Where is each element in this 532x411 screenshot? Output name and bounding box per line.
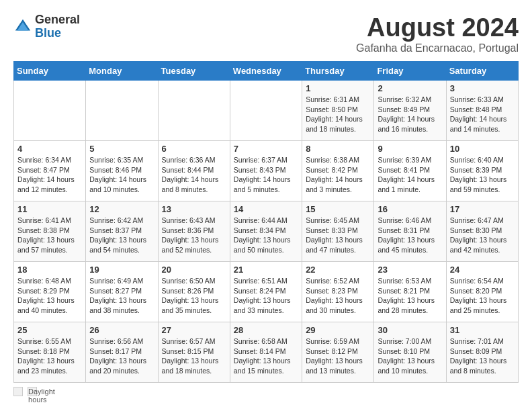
calendar-cell: 15Sunrise: 6:45 AM Sunset: 8:33 PM Dayli… — [302, 201, 374, 262]
calendar-cell: 19Sunrise: 6:49 AM Sunset: 8:27 PM Dayli… — [86, 262, 158, 322]
logo-general-text: General — [35, 13, 80, 27]
logo-blue-text: Blue — [35, 27, 80, 40]
day-number: 20 — [162, 265, 226, 275]
day-number: 12 — [89, 204, 154, 214]
day-number: 10 — [450, 144, 515, 154]
day-info: Sunrise: 6:40 AM Sunset: 8:39 PM Dayligh… — [450, 155, 515, 195]
day-info: Sunrise: 6:47 AM Sunset: 8:30 PM Dayligh… — [450, 216, 515, 255]
daylight-label: Daylight hours — [28, 387, 37, 396]
calendar-cell: 8Sunrise: 6:38 AM Sunset: 8:42 PM Daylig… — [302, 141, 374, 201]
day-number: 19 — [89, 265, 154, 275]
day-number: 11 — [17, 204, 82, 214]
month-title: August 2024 — [356, 13, 519, 42]
day-number: 23 — [378, 265, 442, 275]
weekday-header-tuesday: Tuesday — [158, 62, 230, 81]
day-info: Sunrise: 6:50 AM Sunset: 8:26 PM Dayligh… — [162, 276, 226, 316]
day-number: 24 — [450, 265, 515, 275]
day-info: Sunrise: 6:48 AM Sunset: 8:29 PM Dayligh… — [17, 276, 82, 316]
day-info: Sunrise: 6:46 AM Sunset: 8:31 PM Dayligh… — [378, 216, 442, 255]
header: General Blue August 2024 Gafanha da Enca… — [13, 13, 519, 54]
day-info: Sunrise: 6:59 AM Sunset: 8:12 PM Dayligh… — [306, 336, 370, 376]
day-info: Sunrise: 6:31 AM Sunset: 8:50 PM Dayligh… — [306, 95, 370, 134]
day-info: Sunrise: 7:01 AM Sunset: 8:09 PM Dayligh… — [450, 336, 515, 376]
day-info: Sunrise: 6:36 AM Sunset: 8:44 PM Dayligh… — [162, 155, 226, 195]
location-title: Gafanha da Encarnacao, Portugal — [356, 42, 519, 54]
day-info: Sunrise: 6:43 AM Sunset: 8:36 PM Dayligh… — [162, 216, 226, 255]
calendar-cell: 25Sunrise: 6:55 AM Sunset: 8:18 PM Dayli… — [14, 322, 86, 383]
day-number: 21 — [234, 265, 298, 275]
calendar-week-2: 4Sunrise: 6:34 AM Sunset: 8:47 PM Daylig… — [14, 141, 519, 201]
weekday-header-monday: Monday — [86, 62, 158, 81]
calendar-cell — [86, 81, 158, 141]
day-number: 8 — [306, 144, 370, 154]
day-info: Sunrise: 6:34 AM Sunset: 8:47 PM Dayligh… — [17, 155, 82, 195]
weekday-row: SundayMondayTuesdayWednesdayThursdayFrid… — [14, 62, 519, 81]
calendar-cell: 21Sunrise: 6:51 AM Sunset: 8:24 PM Dayli… — [230, 262, 302, 322]
calendar-cell: 5Sunrise: 6:35 AM Sunset: 8:46 PM Daylig… — [86, 141, 158, 201]
daylight-swatch — [13, 387, 23, 396]
day-info: Sunrise: 6:35 AM Sunset: 8:46 PM Dayligh… — [89, 155, 154, 195]
calendar-cell: 3Sunrise: 6:33 AM Sunset: 8:48 PM Daylig… — [446, 81, 518, 141]
day-info: Sunrise: 6:41 AM Sunset: 8:38 PM Dayligh… — [17, 216, 82, 255]
day-info: Sunrise: 6:42 AM Sunset: 8:37 PM Dayligh… — [89, 216, 154, 255]
day-number: 3 — [450, 83, 515, 93]
calendar-week-5: 25Sunrise: 6:55 AM Sunset: 8:18 PM Dayli… — [14, 322, 519, 383]
calendar-cell: 2Sunrise: 6:32 AM Sunset: 8:49 PM Daylig… — [374, 81, 446, 141]
day-number: 1 — [306, 83, 370, 93]
calendar-cell: 29Sunrise: 6:59 AM Sunset: 8:12 PM Dayli… — [302, 322, 374, 383]
day-number: 7 — [234, 144, 298, 154]
logo-text: General Blue — [35, 13, 80, 40]
footer-note: Daylight hours — [13, 387, 519, 396]
day-number: 14 — [234, 204, 298, 214]
day-info: Sunrise: 6:39 AM Sunset: 8:41 PM Dayligh… — [378, 155, 442, 195]
calendar-cell: 14Sunrise: 6:44 AM Sunset: 8:34 PM Dayli… — [230, 201, 302, 262]
day-number: 17 — [450, 204, 515, 214]
calendar-cell: 10Sunrise: 6:40 AM Sunset: 8:39 PM Dayli… — [446, 141, 518, 201]
calendar-cell: 16Sunrise: 6:46 AM Sunset: 8:31 PM Dayli… — [374, 201, 446, 262]
calendar-body: 1Sunrise: 6:31 AM Sunset: 8:50 PM Daylig… — [14, 81, 519, 383]
calendar-cell — [14, 81, 86, 141]
calendar-cell: 13Sunrise: 6:43 AM Sunset: 8:36 PM Dayli… — [158, 201, 230, 262]
logo-icon — [13, 17, 32, 36]
day-number: 6 — [162, 144, 226, 154]
day-number: 29 — [306, 325, 370, 335]
day-info: Sunrise: 6:33 AM Sunset: 8:48 PM Dayligh… — [450, 95, 515, 134]
weekday-header-saturday: Saturday — [446, 62, 518, 81]
title-area: August 2024 Gafanha da Encarnacao, Portu… — [356, 13, 519, 54]
calendar-header: SundayMondayTuesdayWednesdayThursdayFrid… — [14, 62, 519, 81]
calendar-cell — [158, 81, 230, 141]
day-info: Sunrise: 6:57 AM Sunset: 8:15 PM Dayligh… — [162, 336, 226, 376]
day-info: Sunrise: 6:45 AM Sunset: 8:33 PM Dayligh… — [306, 216, 370, 255]
calendar-cell: 31Sunrise: 7:01 AM Sunset: 8:09 PM Dayli… — [446, 322, 518, 383]
calendar-cell: 27Sunrise: 6:57 AM Sunset: 8:15 PM Dayli… — [158, 322, 230, 383]
day-number: 25 — [17, 325, 82, 335]
day-info: Sunrise: 6:55 AM Sunset: 8:18 PM Dayligh… — [17, 336, 82, 376]
day-info: Sunrise: 6:56 AM Sunset: 8:17 PM Dayligh… — [89, 336, 154, 376]
calendar-cell: 23Sunrise: 6:53 AM Sunset: 8:21 PM Dayli… — [374, 262, 446, 322]
calendar-week-1: 1Sunrise: 6:31 AM Sunset: 8:50 PM Daylig… — [14, 81, 519, 141]
calendar-table: SundayMondayTuesdayWednesdayThursdayFrid… — [13, 61, 519, 383]
day-info: Sunrise: 6:58 AM Sunset: 8:14 PM Dayligh… — [234, 336, 298, 376]
calendar-cell: 17Sunrise: 6:47 AM Sunset: 8:30 PM Dayli… — [446, 201, 518, 262]
calendar-cell: 24Sunrise: 6:54 AM Sunset: 8:20 PM Dayli… — [446, 262, 518, 322]
calendar-cell: 11Sunrise: 6:41 AM Sunset: 8:38 PM Dayli… — [14, 201, 86, 262]
calendar-cell: 6Sunrise: 6:36 AM Sunset: 8:44 PM Daylig… — [158, 141, 230, 201]
weekday-header-sunday: Sunday — [14, 62, 86, 81]
weekday-header-wednesday: Wednesday — [230, 62, 302, 81]
day-number: 26 — [89, 325, 154, 335]
calendar-cell — [230, 81, 302, 141]
day-number: 5 — [89, 144, 154, 154]
day-number: 28 — [234, 325, 298, 335]
calendar-cell: 26Sunrise: 6:56 AM Sunset: 8:17 PM Dayli… — [86, 322, 158, 383]
day-number: 13 — [162, 204, 226, 214]
day-info: Sunrise: 6:52 AM Sunset: 8:23 PM Dayligh… — [306, 276, 370, 316]
day-number: 9 — [378, 144, 442, 154]
day-number: 22 — [306, 265, 370, 275]
day-number: 27 — [162, 325, 226, 335]
day-number: 16 — [378, 204, 442, 214]
calendar-cell: 18Sunrise: 6:48 AM Sunset: 8:29 PM Dayli… — [14, 262, 86, 322]
calendar-cell: 4Sunrise: 6:34 AM Sunset: 8:47 PM Daylig… — [14, 141, 86, 201]
day-info: Sunrise: 7:00 AM Sunset: 8:10 PM Dayligh… — [378, 336, 442, 376]
day-number: 15 — [306, 204, 370, 214]
day-info: Sunrise: 6:38 AM Sunset: 8:42 PM Dayligh… — [306, 155, 370, 195]
